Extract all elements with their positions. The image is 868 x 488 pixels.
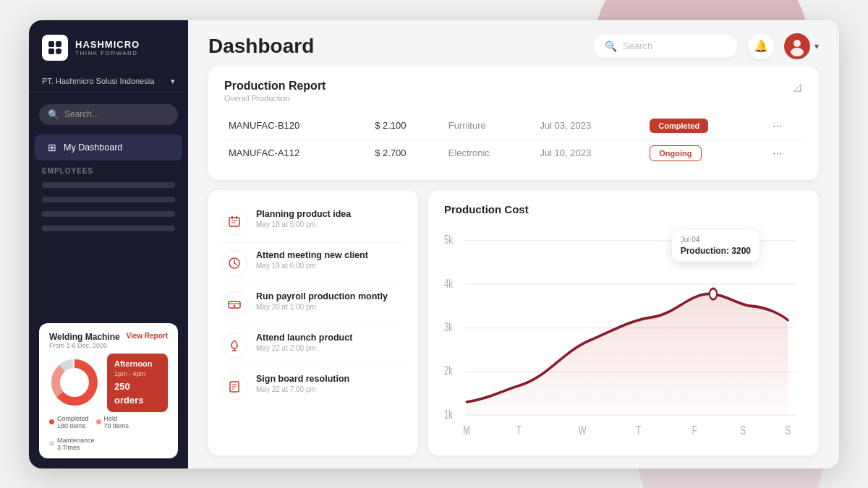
task-icon [221,250,247,276]
legend-dot-completed [49,419,54,424]
task-content: Sign board resolution May 22 at 7:00 pm [256,374,349,393]
legend-dot-maintenance [49,441,54,446]
machine-chart-area: Afternoon 1pm - 4pm 250 orders [49,354,168,412]
sidebar-section-employees: EMPLOYEES [29,161,188,178]
row-status: Ongoing [645,139,768,167]
donut-chart [49,357,100,408]
machine-card-header: Welding Machine From 1-6 Dec, 2020 View … [49,332,168,349]
row-more[interactable]: ··· [769,113,803,140]
tooltip-orders: 250 orders [114,380,161,408]
production-report-title: Production Report [224,80,326,93]
machine-legend: Completed 180 Items Hold 70 Items [49,415,168,451]
chart-tooltip: Jul 04 Production: 3200 [672,230,760,262]
legend-maintenance-count: 3 Times [57,444,95,451]
legend-completed-count: 180 Items [57,422,89,429]
legend-completed: Completed 180 Items [49,415,89,429]
avatar-button[interactable]: ▾ [784,33,819,59]
svg-text:5k: 5k [444,233,454,247]
header-right: 🔍 🔔 ▾ [593,33,819,59]
search-bar[interactable]: 🔍 [593,35,738,58]
report-table: MANUFAC-B120 $ 2.100 Furniture Jul 03, 2… [224,113,803,167]
filter-icon[interactable]: ⊿ [792,80,803,95]
task-icon [221,291,247,317]
bell-icon: 🔔 [754,39,768,53]
sidebar-menu-bar-1 [42,182,175,188]
svg-text:S: S [741,424,746,437]
svg-text:4k: 4k [444,276,454,290]
task-title: Run payroll production montly [256,291,388,301]
svg-line-17 [234,263,237,265]
sidebar-item-dashboard[interactable]: ⊞ My Dashboard [35,134,182,160]
svg-point-37 [710,288,717,299]
svg-text:1k: 1k [444,407,454,421]
svg-text:M: M [463,424,469,437]
task-date: May 18 at 5:00 pm [256,221,351,228]
sidebar-search-bar[interactable]: 🔍 [39,104,178,125]
logo-text: HASHMICRO THINK FORWARD [75,39,140,56]
sidebar-search-input[interactable] [64,109,169,119]
production-report-subtitle: Overall Production [224,94,326,103]
tooltip-date: Jul 04 [681,236,751,244]
row-amount: $ 2.100 [370,113,444,140]
page-title: Dashboard [208,35,314,58]
legend-maintenance-label: Maintenance [57,437,95,444]
row-category: Electronic [444,139,536,167]
tooltip-label: Afternoon [114,358,161,370]
list-item: Attend meeting new client May 19 at 6:00… [221,243,405,284]
logo-icon [42,35,68,61]
production-cost-card: Production Cost 5k 4k 3k 2k 1k [428,190,819,455]
row-category: Furniture [444,113,536,140]
task-content: Planning product idea May 18 at 5:00 pm [256,209,351,228]
view-report-link[interactable]: View Report [126,332,168,340]
bottom-row: Planning product idea May 18 at 5:00 pm … [208,190,819,455]
chevron-down-icon: ▾ [171,77,175,86]
list-item: Attend launch product May 22 at 2:00 pm [221,325,405,367]
svg-text:T: T [516,424,522,437]
row-date: Jul 03, 2023 [535,113,645,140]
task-date: May 22 at 7:00 pm [256,385,349,393]
sidebar-logo: HASHMICRO THINK FORWARD [29,20,188,71]
task-icon [221,209,247,235]
tasks-card: Planning product idea May 18 at 5:00 pm … [208,190,418,455]
dashboard-body: Production Report Overall Production ⊿ M… [188,67,839,468]
legend-hold-count: 70 Items [104,422,129,429]
svg-text:3k: 3k [444,320,454,333]
avatar [784,33,810,59]
svg-text:T: T [636,424,641,437]
card-header: Production Report Overall Production ⊿ [224,80,803,103]
table-row: MANUFAC-A112 $ 2.700 Electronic Jul 10, … [224,139,803,167]
production-report-card: Production Report Overall Production ⊿ M… [208,67,819,180]
machine-title: Welding Machine [49,332,120,342]
task-content: Attend launch product May 22 at 2:00 pm [256,333,352,352]
company-name: PT. Hashmicro Solusi Indonesia [42,77,154,85]
machine-tooltip: Afternoon 1pm - 4pm 250 orders [107,354,168,412]
task-content: Attend meeting new client May 19 at 6:00… [256,250,368,270]
company-selector[interactable]: PT. Hashmicro Solusi Indonesia ▾ [29,71,188,93]
row-more[interactable]: ··· [769,139,803,167]
row-amount: $ 2.700 [370,139,444,167]
legend-hold: Hold 70 Items [96,415,129,429]
svg-point-9 [791,48,804,56]
logo-tagline: THINK FORWARD [75,50,140,56]
row-id: MANUFAC-A112 [224,139,370,167]
search-icon: 🔍 [48,109,59,120]
task-title: Planning product idea [256,209,351,219]
task-title: Attend meeting new client [256,250,368,260]
row-id: MANUFAC-B120 [224,113,370,140]
chart-title: Production Cost [444,203,803,215]
header: Dashboard 🔍 🔔 ▾ [188,20,839,67]
task-content: Run payroll production montly May 20 at … [256,291,388,311]
tooltip-value: Production: 3200 [681,246,751,256]
svg-text:2k: 2k [444,364,454,377]
sidebar: HASHMICRO THINK FORWARD PT. Hashmicro So… [29,20,188,468]
task-date: May 22 at 2:00 pm [256,344,352,352]
notification-button[interactable]: 🔔 [748,33,774,59]
search-input[interactable] [623,40,726,51]
row-status: Completed [645,113,768,140]
machine-subtitle: From 1-6 Dec, 2020 [49,342,120,349]
task-date: May 20 at 1:00 pm [256,303,388,311]
sidebar-item-label: My Dashboard [64,142,122,153]
tooltip-sublabel: 1pm - 4pm [114,369,161,380]
list-item: Run payroll production montly May 20 at … [221,284,405,325]
logo-brand: HASHMICRO [75,39,140,50]
